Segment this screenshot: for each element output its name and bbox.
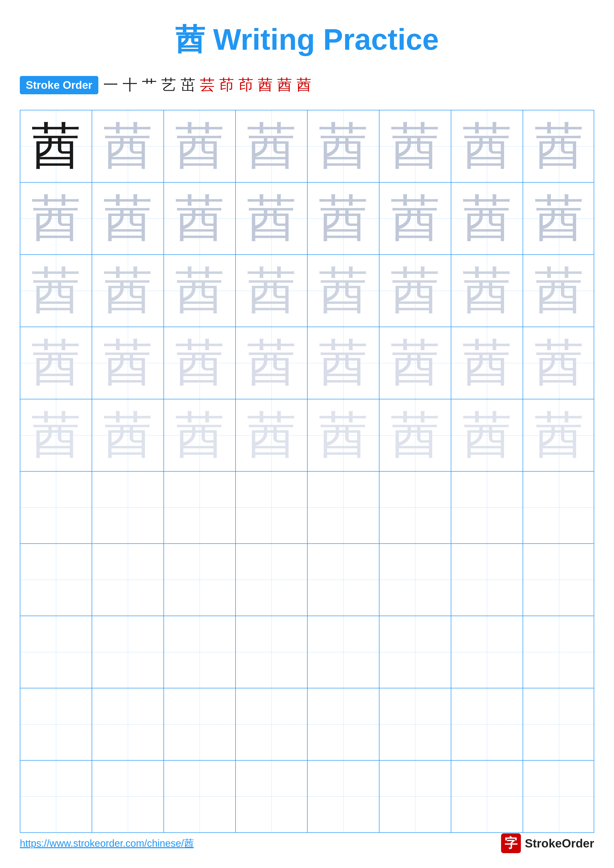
grid-cell-4-1[interactable]: 莤 [20, 327, 92, 399]
grid-cell-10-8[interactable] [523, 761, 595, 832]
grid-cell-7-5[interactable] [308, 544, 379, 615]
stroke-char-4: 艺 [161, 75, 176, 95]
grid-cell-7-1[interactable] [20, 544, 92, 615]
grid-cell-6-1[interactable] [20, 471, 92, 543]
grid-cell-7-6[interactable] [379, 544, 451, 615]
grid-cell-9-4[interactable] [236, 688, 308, 760]
grid-cell-2-4[interactable]: 莤 [236, 183, 308, 254]
grid-cell-4-6[interactable]: 莤 [379, 327, 451, 399]
grid-cell-5-4[interactable]: 莤 [236, 399, 308, 471]
char-display: 莤 [31, 411, 81, 460]
grid-cell-8-4[interactable] [236, 616, 308, 688]
grid-cell-10-6[interactable] [379, 761, 451, 832]
grid-cell-9-6[interactable] [379, 688, 451, 760]
grid-cell-7-7[interactable] [451, 544, 523, 615]
grid-cell-2-8[interactable]: 莤 [523, 183, 595, 254]
writing-grid[interactable]: 莤 莤 莤 莤 莤 莤 莤 莤 莤 莤 莤 [20, 110, 594, 833]
grid-cell-4-8[interactable]: 莤 [523, 327, 595, 399]
grid-cell-6-7[interactable] [451, 471, 523, 543]
grid-cell-6-2[interactable] [92, 471, 164, 543]
char-display: 莤 [390, 266, 440, 315]
grid-cell-6-5[interactable] [308, 471, 379, 543]
grid-cell-6-4[interactable] [236, 471, 308, 543]
grid-cell-9-2[interactable] [92, 688, 164, 760]
grid-cell-10-7[interactable] [451, 761, 523, 832]
grid-cell-3-7[interactable]: 莤 [451, 255, 523, 327]
char-display: 莤 [534, 266, 584, 315]
grid-cell-1-8[interactable]: 莤 [523, 110, 595, 182]
grid-cell-10-3[interactable] [164, 761, 236, 832]
grid-cell-3-6[interactable]: 莤 [379, 255, 451, 327]
grid-cell-5-6[interactable]: 莤 [379, 399, 451, 471]
grid-cell-3-8[interactable]: 莤 [523, 255, 595, 327]
grid-cell-2-2[interactable]: 莤 [92, 183, 164, 254]
char-display: 莤 [390, 194, 440, 243]
grid-cell-7-8[interactable] [523, 544, 595, 615]
grid-cell-8-5[interactable] [308, 616, 379, 688]
grid-cell-10-2[interactable] [92, 761, 164, 832]
grid-cell-5-8[interactable]: 莤 [523, 399, 595, 471]
grid-cell-2-6[interactable]: 莤 [379, 183, 451, 254]
char-display: 莤 [103, 266, 152, 315]
grid-cell-6-3[interactable] [164, 471, 236, 543]
char-display: 莤 [534, 121, 584, 171]
grid-cell-3-4[interactable]: 莤 [236, 255, 308, 327]
grid-cell-8-3[interactable] [164, 616, 236, 688]
grid-cell-9-5[interactable] [308, 688, 379, 760]
footer-url[interactable]: https://www.strokeorder.com/chinese/莤 [20, 837, 194, 850]
grid-cell-4-5[interactable]: 莤 [308, 327, 379, 399]
grid-cell-8-7[interactable] [451, 616, 523, 688]
grid-cell-2-5[interactable]: 莤 [308, 183, 379, 254]
grid-cell-1-7[interactable]: 莤 [451, 110, 523, 182]
grid-cell-3-3[interactable]: 莤 [164, 255, 236, 327]
grid-cell-8-8[interactable] [523, 616, 595, 688]
char-display: 莤 [31, 121, 81, 171]
grid-cell-8-2[interactable] [92, 616, 164, 688]
char-display: 莤 [175, 266, 224, 315]
grid-row-8 [20, 616, 594, 688]
grid-cell-1-6[interactable]: 莤 [379, 110, 451, 182]
footer-logo: 字 StrokeOrder [501, 833, 594, 853]
char-display: 莤 [247, 266, 296, 315]
grid-cell-10-4[interactable] [236, 761, 308, 832]
grid-cell-2-1[interactable]: 莤 [20, 183, 92, 254]
char-display: 莤 [534, 194, 584, 243]
grid-row-10 [20, 761, 594, 832]
grid-cell-8-6[interactable] [379, 616, 451, 688]
grid-cell-3-2[interactable]: 莤 [92, 255, 164, 327]
grid-cell-4-2[interactable]: 莤 [92, 327, 164, 399]
grid-cell-7-4[interactable] [236, 544, 308, 615]
grid-cell-4-7[interactable]: 莤 [451, 327, 523, 399]
grid-cell-1-3[interactable]: 莤 [164, 110, 236, 182]
grid-cell-1-4[interactable]: 莤 [236, 110, 308, 182]
grid-cell-10-1[interactable] [20, 761, 92, 832]
grid-cell-9-7[interactable] [451, 688, 523, 760]
char-display: 莤 [462, 411, 512, 460]
grid-cell-5-1[interactable]: 莤 [20, 399, 92, 471]
grid-cell-9-1[interactable] [20, 688, 92, 760]
char-display: 莤 [103, 121, 152, 171]
grid-cell-4-3[interactable]: 莤 [164, 327, 236, 399]
grid-cell-5-2[interactable]: 莤 [92, 399, 164, 471]
grid-cell-6-8[interactable] [523, 471, 595, 543]
grid-cell-9-3[interactable] [164, 688, 236, 760]
grid-cell-10-5[interactable] [308, 761, 379, 832]
grid-cell-1-2[interactable]: 莤 [92, 110, 164, 182]
grid-cell-9-8[interactable] [523, 688, 595, 760]
grid-cell-3-5[interactable]: 莤 [308, 255, 379, 327]
char-display: 莤 [462, 266, 512, 315]
grid-cell-5-7[interactable]: 莤 [451, 399, 523, 471]
grid-cell-7-2[interactable] [92, 544, 164, 615]
grid-cell-3-1[interactable]: 莤 [20, 255, 92, 327]
grid-cell-1-1[interactable]: 莤 [20, 110, 92, 182]
grid-cell-4-4[interactable]: 莤 [236, 327, 308, 399]
grid-cell-7-3[interactable] [164, 544, 236, 615]
grid-cell-5-3[interactable]: 莤 [164, 399, 236, 471]
grid-cell-5-5[interactable]: 莤 [308, 399, 379, 471]
grid-cell-1-5[interactable]: 莤 [308, 110, 379, 182]
grid-cell-2-7[interactable]: 莤 [451, 183, 523, 254]
grid-cell-8-1[interactable] [20, 616, 92, 688]
grid-cell-2-3[interactable]: 莤 [164, 183, 236, 254]
char-display: 莤 [31, 338, 81, 388]
grid-cell-6-6[interactable] [379, 471, 451, 543]
